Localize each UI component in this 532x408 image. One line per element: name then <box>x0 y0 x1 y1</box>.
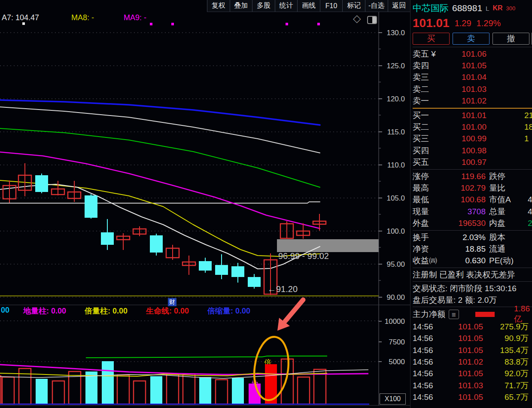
sell-level-row[interactable]: 卖五 ¥101.06 <box>413 48 532 60</box>
marker-dot <box>286 23 288 25</box>
level-label: 买二 <box>413 122 447 133</box>
gray-highlight-box <box>277 239 379 252</box>
ma-label: MA8: - <box>71 13 94 22</box>
tag-kr: KR <box>492 4 502 12</box>
sell-button[interactable]: 卖 <box>453 33 489 45</box>
stock-header: 中芯国际 688981 LKR300 <box>413 0 532 15</box>
volume-bar <box>36 379 48 404</box>
sell-level-row[interactable]: 卖四101.05 <box>413 60 532 71</box>
stat-label: 最低 <box>413 194 438 205</box>
top-toolbar: 复权叠加多股统计画线F10标记-自选返回 <box>207 0 410 12</box>
level-label: 买一 <box>413 110 447 121</box>
price-axis-label: 120.0 <box>381 95 405 104</box>
stat-label: 换手 <box>413 232 438 243</box>
sell-level-row[interactable]: 卖三101.04 <box>413 72 532 83</box>
indicator-label: 地量柱: 0.00 <box>23 306 66 316</box>
toolbar-button-返回[interactable]: 返回 <box>388 0 410 12</box>
price-axis-label: 115.0 <box>381 128 405 137</box>
candle-body-down <box>150 235 163 253</box>
price-axis-label: 90.00 <box>381 293 405 302</box>
stat-label-2: 内盘 <box>489 218 505 229</box>
order-buttons: 买 卖 撤 <box>413 31 532 46</box>
stat-label: 净资 <box>413 244 438 255</box>
sell-levels: 卖五 ¥101.06卖四101.05卖三101.04卖二101.03卖一101.… <box>413 48 532 107</box>
marker-dot <box>150 23 152 25</box>
trade-time: 14:56 <box>413 393 441 402</box>
price-change: 1.29 <box>455 18 471 28</box>
last-price: 101.01 <box>413 16 450 30</box>
volume-bar <box>2 377 14 404</box>
stat-row: 收益㈣0.630PE(动) <box>413 255 532 267</box>
cai-badge[interactable]: 财 <box>168 298 176 306</box>
stat-label: 最高 <box>413 183 438 194</box>
volume-unit-box[interactable]: X100 <box>380 393 406 405</box>
trade-tick-row: 14:56101.0283.8万 <box>413 356 532 368</box>
trade-volume: 92.0万 <box>483 368 532 379</box>
divider <box>413 47 532 47</box>
trade-price: 101.05 <box>441 334 483 343</box>
volume-bar <box>216 380 228 404</box>
level-price: 101.06 <box>447 49 486 59</box>
toolbar-button-F10[interactable]: F10 <box>320 0 343 12</box>
level-label: 卖四 <box>413 60 447 71</box>
detail-list-icon[interactable]: ≣ <box>449 310 459 319</box>
price-change-pct: 1.29% <box>477 18 501 28</box>
sell-level-row[interactable]: 卖二101.03 <box>413 83 532 95</box>
buy-level-row[interactable]: 买三100.991 <box>413 133 532 145</box>
candle-body-down <box>85 195 97 218</box>
main-force-row: 主力净额 ≣ 1.86亿 <box>413 308 532 321</box>
axis-frame <box>0 12 410 405</box>
stat-value-2: 4 <box>528 195 532 204</box>
marker-dot <box>317 23 320 25</box>
main-force-bar <box>475 312 495 317</box>
level-label: 卖三 <box>413 72 447 83</box>
stat-value-2: 2 <box>528 219 532 228</box>
buy-level-row[interactable]: 买五100.97 <box>413 157 532 168</box>
trade-tick-row: 14:56101.0590.9万 <box>413 332 532 344</box>
stat-label-2: PE(动) <box>489 255 514 266</box>
chart-canvas[interactable]: 倍地 <box>0 0 410 408</box>
trade-tick-row: 14:56101.0371.7万 <box>413 380 532 391</box>
volume-bar <box>52 381 64 404</box>
trade-time: 14:56 <box>413 334 441 343</box>
sell-level-row[interactable]: 卖一101.02 <box>413 95 532 107</box>
volume-bar <box>167 374 179 404</box>
price-axis-label: 130.0 <box>381 29 405 37</box>
trade-status-line: 交易状态: 闭市阶段 15:30:16 <box>413 283 532 294</box>
buy-level-row[interactable]: 买一101.0121 <box>413 110 532 121</box>
trade-volume: 135.4万 <box>483 345 532 356</box>
buy-level-row[interactable]: 买四100.98 <box>413 145 532 156</box>
diamond-marker-icon[interactable]: ◇ <box>353 12 361 24</box>
level-label: 卖五 ¥ <box>413 49 447 60</box>
stat-label: 涨停 <box>413 171 438 182</box>
registration-line: 注册制 已盈利 表决权无差异 <box>413 269 532 280</box>
stat-value: 119.66 <box>438 172 486 181</box>
price-axis-label: 95.00 <box>381 260 405 269</box>
toolbar-button-画线[interactable]: 画线 <box>297 0 320 12</box>
panel-layout-icon[interactable] <box>367 16 377 24</box>
toolbar-button-叠加[interactable]: 叠加 <box>230 0 252 12</box>
trade-volume: 90.9万 <box>483 333 532 344</box>
volume-bar <box>102 361 114 404</box>
level-label: 卖一 <box>413 95 447 107</box>
indicator-label: 倍缩量: 0.00 <box>207 306 250 316</box>
buy-level-row[interactable]: 买二101.0018 <box>413 121 532 133</box>
panel-layout-icon-fill <box>372 17 376 23</box>
trade-tick-row: 14:56101.05135.4万 <box>413 344 532 356</box>
divider <box>413 281 532 282</box>
cancel-button[interactable]: 撤 <box>492 33 529 45</box>
tag-300: 300 <box>506 5 516 12</box>
toolbar-button-统计[interactable]: 统计 <box>275 0 298 12</box>
stat-value: 3708 <box>438 207 486 216</box>
candle-body-down <box>199 261 212 271</box>
toolbar-button--自选[interactable]: -自选 <box>365 0 388 12</box>
toolbar-button-多股[interactable]: 多股 <box>252 0 275 12</box>
main-force-label: 主力净额 <box>413 309 445 320</box>
level-price: 100.99 <box>447 134 486 143</box>
toolbar-button-标记[interactable]: 标记 <box>342 0 365 12</box>
candle-body-down <box>248 277 261 287</box>
buy-button[interactable]: 买 <box>413 33 450 45</box>
price-axis-label: 105.0 <box>381 194 405 203</box>
trade-volume: 275.9万 <box>483 321 532 332</box>
toolbar-button-复权[interactable]: 复权 <box>207 0 230 12</box>
